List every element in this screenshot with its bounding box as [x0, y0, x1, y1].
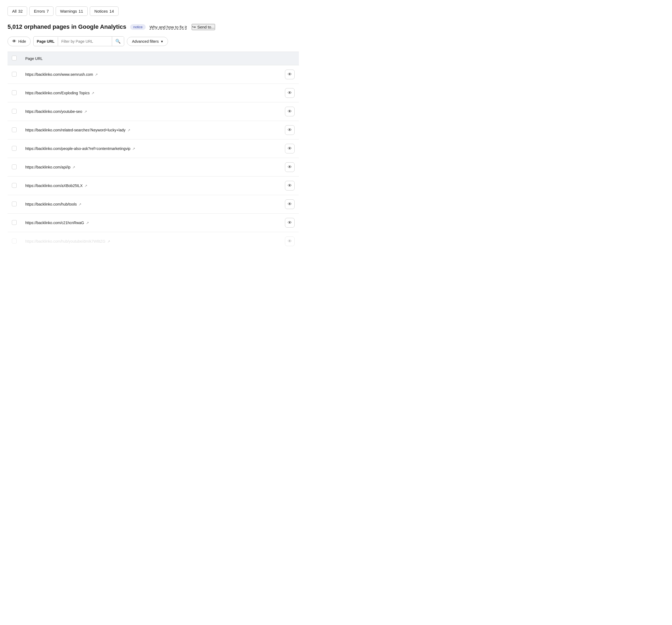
- header-checkbox-col: [7, 52, 21, 65]
- url-link-3[interactable]: https://backlinko.com/related-searches?k…: [25, 128, 130, 132]
- row-checkbox-7[interactable]: [12, 202, 17, 206]
- row-checkbox-5[interactable]: [12, 165, 17, 169]
- external-link-icon: ↗: [78, 202, 81, 206]
- search-button[interactable]: 🔍: [112, 36, 124, 46]
- table-row: https://backlinko.com/api/ip ↗ 👁: [7, 158, 299, 177]
- external-link-icon: ↗: [85, 184, 87, 188]
- url-filter-label: Page URL: [33, 37, 58, 46]
- table-row: https://backlinko.com/www.semrush.com ↗ …: [7, 65, 299, 84]
- row-action-cell: 👁: [281, 158, 299, 177]
- table-row: https://backlinko.com/people-also-ask?re…: [7, 140, 299, 158]
- row-hide-button-2[interactable]: 👁: [285, 107, 295, 116]
- row-hide-button-7[interactable]: 👁: [285, 199, 295, 209]
- page-title: 5,012 orphaned pages in Google Analytics: [7, 23, 126, 30]
- row-action-cell: 👁: [281, 121, 299, 140]
- row-hide-button-5[interactable]: 👁: [285, 162, 295, 172]
- external-link-icon: ↗: [95, 73, 98, 77]
- fix-link[interactable]: Why and how to fix it: [149, 25, 187, 29]
- row-checkbox-9[interactable]: [12, 239, 17, 244]
- external-link-icon: ↗: [91, 91, 94, 95]
- url-link-1[interactable]: https://backlinko.com/Exploding Topics ↗: [25, 91, 94, 95]
- url-link-6[interactable]: https://backlinko.com/aXBob25ILX ↗: [25, 183, 87, 188]
- eye-icon-6: 👁: [288, 183, 292, 188]
- row-checkbox-cell: [7, 232, 21, 251]
- url-link-7[interactable]: https://backlinko.com/hub/tools ↗: [25, 202, 81, 206]
- eye-icon-4: 👁: [288, 146, 292, 151]
- external-link-icon: ↗: [72, 165, 75, 169]
- table-header: Page URL: [7, 52, 299, 65]
- row-checkbox-4[interactable]: [12, 146, 17, 151]
- row-checkbox-1[interactable]: [12, 90, 17, 95]
- url-text-6: https://backlinko.com/aXBob25ILX: [25, 183, 82, 188]
- table-row: https://backlinko.com/c21hcnRwaG ↗ 👁: [7, 214, 299, 232]
- tab-count-warnings: 11: [78, 9, 83, 14]
- row-url-cell: https://backlinko.com/hub/youtube/dmIk7W…: [21, 232, 281, 251]
- filter-row: 👁 Hide Page URL 🔍 Advanced filters ▾: [7, 36, 299, 46]
- eye-icon-5: 👁: [288, 165, 292, 170]
- advanced-filters-button[interactable]: Advanced filters ▾: [127, 37, 168, 46]
- row-checkbox-3[interactable]: [12, 127, 17, 132]
- row-hide-button-1[interactable]: 👁: [285, 88, 295, 98]
- row-checkbox-2[interactable]: [12, 109, 17, 114]
- row-url-cell: https://backlinko.com/www.semrush.com ↗: [21, 65, 281, 84]
- row-checkbox-8[interactable]: [12, 220, 17, 225]
- row-checkbox-cell: [7, 177, 21, 195]
- url-link-0[interactable]: https://backlinko.com/www.semrush.com ↗: [25, 72, 98, 77]
- row-url-cell: https://backlinko.com/people-also-ask?re…: [21, 140, 281, 158]
- url-filter-group: Page URL 🔍: [33, 36, 124, 46]
- row-checkbox-0[interactable]: [12, 72, 17, 77]
- tab-notices[interactable]: Notices14: [90, 6, 119, 16]
- hide-label: Hide: [18, 39, 26, 44]
- header-action-col: [281, 52, 299, 65]
- row-hide-button-8[interactable]: 👁: [285, 218, 295, 228]
- eye-icon-8: 👁: [288, 220, 292, 225]
- send-to-button[interactable]: ↪ Send to...: [192, 24, 215, 30]
- external-link-icon: ↗: [127, 128, 130, 132]
- row-checkbox-cell: [7, 140, 21, 158]
- row-hide-button-3[interactable]: 👁: [285, 125, 295, 135]
- row-url-cell: https://backlinko.com/hub/tools ↗: [21, 195, 281, 214]
- row-hide-button-6[interactable]: 👁: [285, 181, 295, 191]
- url-text-8: https://backlinko.com/c21hcnRwaG: [25, 221, 84, 225]
- heading-row: 5,012 orphaned pages in Google Analytics…: [7, 23, 299, 30]
- row-hide-button-0[interactable]: 👁: [285, 70, 295, 79]
- row-action-cell: 👁: [281, 232, 299, 251]
- row-checkbox-cell: [7, 158, 21, 177]
- row-url-cell: https://backlinko.com/c21hcnRwaG ↗: [21, 214, 281, 232]
- hide-button[interactable]: 👁 Hide: [7, 36, 31, 46]
- url-text-1: https://backlinko.com/Exploding Topics: [25, 91, 90, 95]
- row-url-cell: https://backlinko.com/youtube-seo ↗: [21, 102, 281, 121]
- row-url-cell: https://backlinko.com/aXBob25ILX ↗: [21, 177, 281, 195]
- url-text-2: https://backlinko.com/youtube-seo: [25, 109, 82, 114]
- row-action-cell: 👁: [281, 195, 299, 214]
- row-url-cell: https://backlinko.com/Exploding Topics ↗: [21, 84, 281, 102]
- row-action-cell: 👁: [281, 140, 299, 158]
- url-link-8[interactable]: https://backlinko.com/c21hcnRwaG ↗: [25, 221, 89, 225]
- url-text-3: https://backlinko.com/related-searches?k…: [25, 128, 125, 132]
- row-hide-button-9[interactable]: 👁: [285, 236, 295, 246]
- tab-all[interactable]: All32: [7, 6, 27, 16]
- tabs-row: All32Errors7Warnings11Notices14: [7, 6, 299, 16]
- row-hide-button-4[interactable]: 👁: [285, 144, 295, 153]
- tab-count-notices: 14: [110, 9, 114, 14]
- notice-badge: notice: [130, 24, 146, 30]
- url-link-4[interactable]: https://backlinko.com/people-also-ask?re…: [25, 146, 135, 151]
- url-text-4: https://backlinko.com/people-also-ask?re…: [25, 146, 130, 151]
- row-checkbox-cell: [7, 121, 21, 140]
- eye-icon-3: 👁: [288, 128, 292, 132]
- url-link-9[interactable]: https://backlinko.com/hub/youtube/dmIk7W…: [25, 239, 110, 244]
- table-row: https://backlinko.com/hub/youtube/dmIk7W…: [7, 232, 299, 251]
- row-checkbox-cell: [7, 214, 21, 232]
- table-row: https://backlinko.com/youtube-seo ↗ 👁: [7, 102, 299, 121]
- tab-errors[interactable]: Errors7: [29, 6, 53, 16]
- row-checkbox-6[interactable]: [12, 183, 17, 188]
- select-all-checkbox[interactable]: [12, 56, 17, 60]
- url-link-5[interactable]: https://backlinko.com/api/ip ↗: [25, 165, 75, 169]
- row-checkbox-cell: [7, 84, 21, 102]
- table-body: https://backlinko.com/www.semrush.com ↗ …: [7, 65, 299, 251]
- row-action-cell: 👁: [281, 65, 299, 84]
- tab-count-errors: 7: [47, 9, 49, 14]
- url-link-2[interactable]: https://backlinko.com/youtube-seo ↗: [25, 109, 87, 114]
- url-filter-input[interactable]: [58, 37, 112, 46]
- tab-warnings[interactable]: Warnings11: [56, 6, 88, 16]
